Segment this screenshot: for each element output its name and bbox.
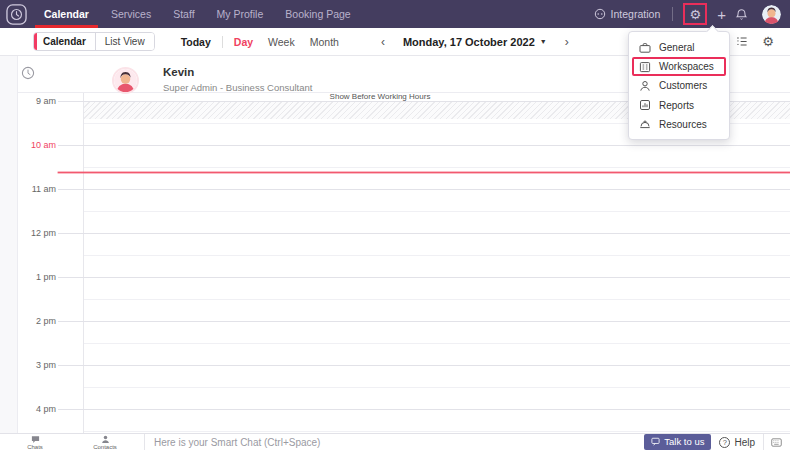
settings-gear-icon[interactable]: ⚙ [689, 8, 701, 21]
staff-name: Kevin [163, 66, 194, 78]
half-hour-gridline [84, 167, 790, 168]
hour-gridline [58, 145, 790, 146]
notifications-bell-icon[interactable] [735, 8, 748, 21]
half-hour-gridline [84, 211, 790, 212]
view-toggle-group: CalendarList View [33, 32, 155, 51]
current-date-text: Monday, 17 October 2022 [403, 36, 535, 48]
help-button[interactable]: ? Help [719, 437, 755, 448]
settings-menu-item-general[interactable]: General [629, 38, 729, 57]
bottom-dock-bar: Chats Contacts Here is your Smart Chat (… [0, 433, 790, 450]
time-label-10-am: 10 am [18, 140, 56, 150]
primary-nav-tabs: CalendarServicesStaffMy ProfileBooking P… [33, 0, 362, 28]
half-hour-gridline [84, 387, 790, 388]
hour-gridline [58, 189, 790, 190]
workspaces-icon [639, 61, 651, 73]
settings-menu-label-general: General [659, 42, 695, 53]
smart-chat-input[interactable]: Here is your Smart Chat (Ctrl+Space) [154, 437, 644, 448]
staff-role: Super Admin - Business Consultant [163, 82, 312, 93]
date-caret-down-icon: ▼ [540, 38, 547, 45]
settings-menu-item-resources[interactable]: Resources [629, 115, 729, 134]
range-tab-month[interactable]: Month [310, 36, 339, 48]
today-button[interactable]: Today [181, 36, 211, 48]
briefcase-icon [639, 42, 651, 54]
settings-menu-item-workspaces[interactable]: Workspaces [629, 57, 729, 76]
hour-gridline [58, 233, 790, 234]
contacts-label: Contacts [93, 444, 117, 450]
prev-day-chevron[interactable]: ‹ [381, 36, 385, 48]
talk-chat-icon [651, 437, 660, 446]
time-label-9-am: 9 am [18, 96, 56, 106]
view-toggle-calendar[interactable]: Calendar [34, 33, 96, 50]
hour-gridline [58, 365, 790, 366]
show-before-working-hours-button[interactable]: Show Before Working Hours [300, 92, 460, 101]
time-label-3-pm: 3 pm [18, 360, 56, 370]
toolbar-right-icons: ⚙ [736, 34, 774, 49]
toolbar-divider [222, 36, 223, 48]
half-hour-gridline [84, 255, 790, 256]
settings-annotation-box: ⚙ [683, 3, 707, 25]
talk-to-us-label: Talk to us [664, 436, 704, 447]
help-question-icon: ? [719, 437, 730, 448]
settings-menu-label-resources: Resources [659, 119, 707, 130]
time-label-1-pm: 1 pm [18, 272, 56, 282]
hour-gridline [58, 409, 790, 410]
nav-tab-staff[interactable]: Staff [162, 0, 205, 28]
settings-dropdown-menu: GeneralWorkspacesCustomersReportsResourc… [628, 31, 730, 140]
contacts-dock-button[interactable]: Contacts [70, 435, 140, 450]
time-label-12-pm: 12 pm [18, 228, 56, 238]
app-logo-clock-icon[interactable] [6, 4, 27, 25]
time-label-2-pm: 2 pm [18, 316, 56, 326]
chats-dock-button[interactable]: Chats [0, 435, 70, 450]
talk-to-us-button[interactable]: Talk to us [644, 434, 711, 450]
help-label: Help [734, 437, 755, 448]
agenda-list-icon[interactable] [736, 36, 748, 47]
timezone-clock-icon[interactable] [21, 66, 35, 80]
nav-tab-booking-page[interactable]: Booking Page [274, 0, 361, 28]
settings-menu-label-customers: Customers [659, 80, 707, 91]
chats-label: Chats [27, 444, 43, 450]
integration-icon [594, 8, 606, 20]
view-toggle-list-view[interactable]: List View [96, 33, 154, 50]
topnav-right-cluster: Integration ⚙ + [594, 3, 790, 25]
nav-tab-my-profile[interactable]: My Profile [206, 0, 275, 28]
half-hour-gridline [84, 343, 790, 344]
keyboard-shortcuts-icon[interactable] [771, 438, 782, 447]
next-day-chevron[interactable]: › [565, 36, 569, 48]
nav-tab-services[interactable]: Services [100, 0, 162, 28]
person-icon [639, 80, 651, 92]
chat-bubble-icon [31, 435, 40, 443]
dock-divider-right [763, 434, 764, 450]
hour-gridline [58, 277, 790, 278]
left-rail [0, 56, 18, 433]
settings-menu-item-customers[interactable]: Customers [629, 76, 729, 95]
hour-gridline [58, 321, 790, 322]
user-avatar[interactable] [762, 5, 781, 24]
integration-button[interactable]: Integration [594, 8, 661, 20]
half-hour-gridline [84, 299, 790, 300]
current-time-indicator [58, 172, 790, 173]
time-label-11-am: 11 am [18, 184, 56, 194]
half-hour-gridline [84, 431, 790, 432]
range-tab-week[interactable]: Week [268, 36, 295, 48]
integration-label: Integration [611, 8, 661, 20]
hardhat-icon [639, 118, 651, 130]
nav-tab-calendar[interactable]: Calendar [33, 0, 100, 28]
date-picker-label[interactable]: Monday, 17 October 2022 ▼ [403, 36, 547, 48]
calendar-settings-gear-icon[interactable]: ⚙ [762, 34, 774, 49]
settings-menu-label-workspaces: Workspaces [659, 61, 714, 72]
time-label-4-pm: 4 pm [18, 404, 56, 414]
settings-menu-label-reports: Reports [659, 100, 694, 111]
range-tabs-group: DayWeekMonth [234, 36, 339, 48]
settings-menu-item-reports[interactable]: Reports [629, 96, 729, 115]
dock-divider [144, 434, 145, 450]
contacts-person-icon [101, 435, 110, 443]
staff-avatar[interactable] [112, 67, 139, 94]
quick-add-plus-icon[interactable]: + [717, 6, 726, 23]
report-icon [639, 99, 651, 111]
top-navigation-bar: CalendarServicesStaffMy ProfileBooking P… [0, 0, 790, 28]
topnav-divider [672, 7, 673, 21]
range-tab-day[interactable]: Day [234, 36, 253, 48]
